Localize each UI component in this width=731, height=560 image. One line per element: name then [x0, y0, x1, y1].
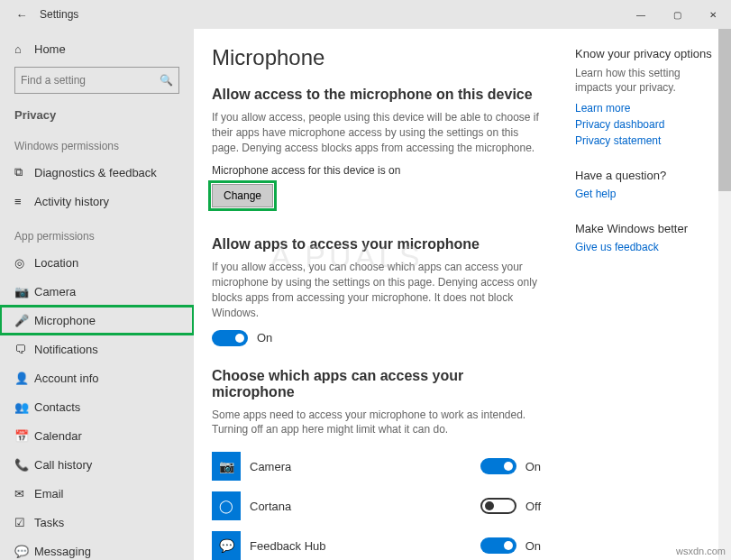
sidebar-search[interactable]: 🔍 — [14, 67, 179, 94]
watermark-text: wsxdn.com — [676, 546, 726, 556]
search-icon: 🔍 — [160, 74, 173, 87]
privacy-link-learn-more[interactable]: Learn more — [575, 102, 714, 115]
sidebar-item-tasks[interactable]: ☑Tasks — [0, 508, 194, 537]
sidebar: ⌂ Home 🔍 Privacy Windows permissions ⧉Di… — [0, 29, 194, 560]
sidebar-item-icon: 👥 — [14, 400, 34, 414]
sidebar-item-icon: ◎ — [14, 256, 34, 270]
sidebar-item-label: Messaging — [34, 545, 91, 558]
sidebar-item-diagnostics-feedback[interactable]: ⧉Diagnostics & feedback — [0, 158, 194, 187]
sidebar-item-label: Activity history — [34, 195, 109, 208]
privacy-link-privacy-statement[interactable]: Privacy statement — [575, 134, 714, 147]
sidebar-item-activity-history[interactable]: ≡Activity history — [0, 187, 194, 216]
section-allow-apps-desc: If you allow access, you can choose whic… — [212, 260, 541, 320]
scrollbar-thumb[interactable] — [718, 29, 731, 191]
sidebar-item-icon: 👤 — [14, 372, 34, 385]
sidebar-item-icon: ☑ — [14, 516, 34, 529]
sidebar-item-label: Microphone — [34, 314, 96, 327]
sidebar-item-icon: 📅 — [14, 429, 34, 443]
sidebar-item-icon: 💬 — [14, 545, 34, 558]
sidebar-item-microphone[interactable]: 🎤Microphone — [0, 306, 194, 335]
titlebar: ← Settings — ▢ ✕ — [0, 0, 731, 29]
allow-apps-toggle-label: On — [257, 331, 272, 344]
sidebar-item-call-history[interactable]: 📞Call history — [0, 450, 194, 479]
sidebar-item-label: Tasks — [34, 516, 64, 529]
sidebar-item-camera[interactable]: 📷Camera — [0, 277, 194, 306]
sidebar-item-contacts[interactable]: 👥Contacts — [0, 392, 194, 421]
search-input[interactable] — [21, 74, 160, 87]
get-help-link[interactable]: Get help — [575, 188, 714, 200]
sidebar-item-label: Account info — [34, 372, 99, 385]
app-name: Cortana — [250, 500, 471, 513]
app-row-cortana: ◯ Cortana Off — [212, 486, 541, 526]
page-title: Microphone — [212, 45, 541, 70]
sidebar-group-windows-permissions: Windows permissions — [0, 125, 194, 158]
sidebar-item-label: Call history — [34, 458, 92, 472]
app-toggle-label: On — [525, 539, 541, 553]
app-row-camera: 📷 Camera On — [212, 446, 541, 486]
section-allow-apps-heading: Allow apps to access your microphone — [212, 236, 541, 252]
make-windows-better-heading: Make Windows better — [575, 222, 714, 235]
app-icon: ◯ — [212, 491, 241, 520]
sidebar-item-label: Calendar — [34, 429, 82, 443]
give-feedback-link[interactable]: Give us feedback — [575, 241, 714, 253]
section-access-heading: Allow access to the microphone on this d… — [212, 87, 541, 103]
minimize-button[interactable]: — — [623, 0, 659, 29]
sidebar-item-icon: ⧉ — [14, 165, 34, 179]
know-privacy-heading: Know your privacy options — [575, 47, 714, 60]
app-name: Camera — [250, 460, 471, 473]
app-row-feedback-hub: 💬 Feedback Hub On — [212, 526, 541, 560]
home-label: Home — [34, 42, 66, 56]
section-access-desc: If you allow access, people using this d… — [212, 110, 541, 155]
sidebar-item-label: Diagnostics & feedback — [34, 166, 157, 179]
close-button[interactable]: ✕ — [695, 0, 731, 29]
change-button[interactable]: Change — [212, 184, 273, 207]
maximize-button[interactable]: ▢ — [659, 0, 695, 29]
window-title: Settings — [36, 8, 78, 21]
app-toggle-label: Off — [525, 500, 541, 513]
sidebar-item-notifications[interactable]: 🗨Notifications — [0, 335, 194, 363]
sidebar-item-label: Location — [34, 256, 78, 270]
sidebar-item-account-info[interactable]: 👤Account info — [0, 363, 194, 392]
app-name: Feedback Hub — [250, 539, 471, 553]
right-column: Know your privacy options Learn how this… — [559, 29, 730, 560]
sidebar-item-messaging[interactable]: 💬Messaging — [0, 537, 194, 560]
sidebar-item-icon: ≡ — [14, 195, 34, 208]
back-button[interactable]: ← — [7, 8, 36, 22]
sidebar-item-label: Email — [34, 487, 64, 500]
window-controls: — ▢ ✕ — [623, 0, 731, 29]
sidebar-item-icon: ✉ — [14, 487, 34, 500]
privacy-link-privacy-dashboard[interactable]: Privacy dashboard — [575, 118, 714, 131]
sidebar-item-icon: 📷 — [14, 285, 34, 298]
access-status: Microphone access for this device is on — [212, 164, 541, 177]
home-icon: ⌂ — [14, 42, 34, 56]
app-icon: 📷 — [212, 452, 241, 481]
app-toggle[interactable] — [480, 498, 516, 514]
section-choose-desc: Some apps need to access your microphone… — [212, 408, 541, 438]
main-content: A PUALS Microphone Allow access to the m… — [194, 29, 731, 560]
sidebar-item-location[interactable]: ◎Location — [0, 248, 194, 277]
section-choose-heading: Choose which apps can access your microp… — [212, 368, 541, 400]
sidebar-item-label: Contacts — [34, 400, 80, 414]
sidebar-item-email[interactable]: ✉Email — [0, 479, 194, 508]
app-icon: 💬 — [212, 531, 241, 560]
sidebar-item-icon: 📞 — [14, 458, 34, 472]
sidebar-item-label: Camera — [34, 285, 76, 298]
sidebar-item-label: Notifications — [34, 343, 98, 356]
sidebar-group-app-permissions: App permissions — [0, 216, 194, 248]
app-toggle-label: On — [525, 460, 541, 473]
vertical-scrollbar[interactable] — [718, 29, 731, 560]
sidebar-item-icon: 🗨 — [14, 343, 34, 356]
sidebar-home[interactable]: ⌂ Home — [0, 34, 194, 63]
app-list: 📷 Camera On◯ Cortana Off💬 Feedback Hub O… — [212, 446, 541, 560]
know-privacy-desc: Learn how this setting impacts your priv… — [575, 66, 714, 95]
sidebar-item-calendar[interactable]: 📅Calendar — [0, 421, 194, 450]
app-toggle[interactable] — [480, 458, 516, 474]
have-question-heading: Have a question? — [575, 169, 714, 182]
allow-apps-toggle[interactable] — [212, 330, 248, 346]
sidebar-category-privacy: Privacy — [0, 99, 194, 125]
sidebar-item-icon: 🎤 — [14, 314, 34, 327]
app-toggle[interactable] — [480, 537, 516, 554]
